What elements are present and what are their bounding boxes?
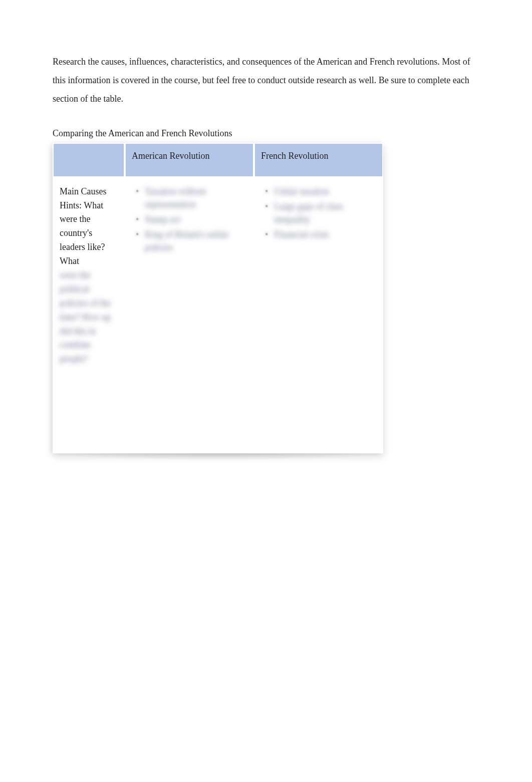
french-causes-list: Unfair taxation Large gaps of class ineq… [259, 184, 378, 241]
header-american: American Revolution [125, 143, 254, 178]
header-french: French Revolution [254, 143, 383, 178]
list-item: Financial crisis [274, 228, 375, 241]
instructions-text: Research the causes, influences, charact… [53, 53, 479, 108]
american-causes-list: Taxation without representation Stamp ac… [130, 184, 249, 254]
list-item: Stamp act [145, 213, 246, 226]
table-row: Main Causes Hints: What were the country… [53, 178, 383, 453]
list-item: Large gaps of class inequality [274, 200, 375, 226]
row-header-title: Main Causes [60, 185, 118, 199]
header-corner-cell [53, 143, 125, 178]
row-header-main-causes: Main Causes Hints: What were the country… [53, 178, 125, 453]
cell-american-causes: Taxation without representation Stamp ac… [125, 178, 254, 453]
table-caption: Comparing the American and French Revolu… [53, 128, 479, 139]
table-header-row: American Revolution French Revolution [53, 143, 383, 178]
row-header-hints-blurred: were the political policies of the time?… [60, 269, 118, 366]
cell-french-causes: Unfair taxation Large gaps of class ineq… [254, 178, 383, 453]
list-item: King of Britain's unfair policies [145, 228, 246, 254]
comparison-table: American Revolution French Revolution Ma… [53, 143, 383, 453]
list-item: Taxation without representation [145, 185, 246, 211]
table-shadow [53, 453, 383, 460]
list-item: Unfair taxation [274, 185, 375, 198]
row-header-hints-visible: Hints: What were the country's leaders l… [60, 199, 118, 269]
